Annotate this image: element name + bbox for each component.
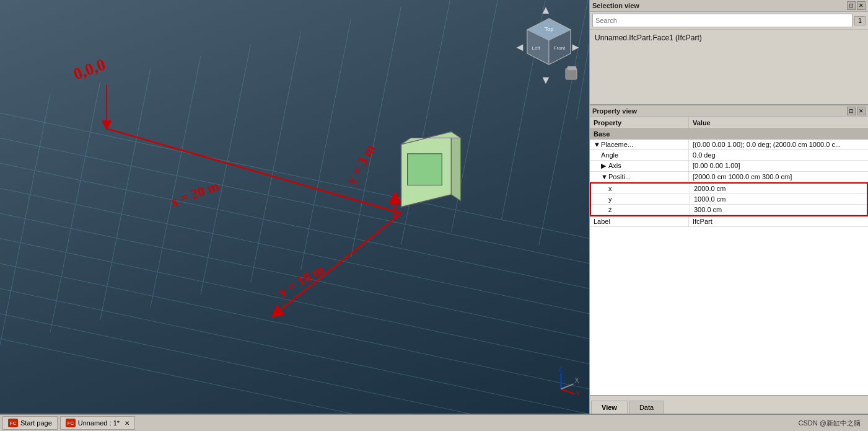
- prop-y-key: y: [591, 194, 690, 204]
- prop-label-value: IfcPart: [689, 216, 868, 226]
- svg-text:▲: ▲: [540, 6, 551, 16]
- svg-line-25: [276, 213, 401, 314]
- svg-text:y = 3 m: y = 3 m: [343, 141, 379, 187]
- property-view: Property view ⊡ ✕ Property Value Base: [590, 105, 868, 414]
- prop-z-key: z: [591, 205, 690, 215]
- svg-line-40: [561, 384, 573, 389]
- prop-placement-value: [(0.00 0.00 1.00); 0.0 deg; (2000.0 cm 1…: [689, 140, 868, 149]
- prop-placement[interactable]: ▼Placeme... [(0.00 0.00 1.00); 0.0 deg; …: [590, 140, 868, 150]
- svg-text:Left: Left: [532, 45, 540, 51]
- prop-position-value: [2000.0 cm 1000.0 cm 300.0 cm]: [689, 172, 868, 182]
- selection-view-title: Selection view: [592, 2, 639, 9]
- svg-text:0,0,0: 0,0,0: [71, 55, 108, 83]
- svg-text:X: X: [575, 377, 579, 384]
- prop-z: z 300.0 cm: [591, 205, 867, 215]
- prop-placement-key: ▼Placeme...: [590, 140, 689, 149]
- svg-text:Z: Z: [558, 366, 562, 373]
- svg-text:Y: Y: [576, 391, 581, 398]
- svg-text:FC: FC: [67, 420, 74, 426]
- selection-content: Unnamed.IfcPart.Face1 (IfcPart): [590, 30, 868, 104]
- prop-angle-value: 0.0 deg: [689, 150, 868, 160]
- svg-text:x = 20 m: x = 20 m: [169, 178, 221, 210]
- svg-line-38: [561, 389, 574, 394]
- taskbar-start-page[interactable]: FC Start page: [2, 416, 58, 430]
- prop-angle: Angle 0.0 deg: [590, 150, 868, 161]
- svg-text:►: ►: [570, 41, 581, 53]
- property-table-header: Property Value: [590, 117, 868, 129]
- taskbar-unnamed[interactable]: FC Unnamed : 1* ✕: [60, 416, 135, 430]
- svg-text:Front: Front: [554, 45, 566, 51]
- placement-expander[interactable]: ▼: [594, 141, 601, 148]
- prop-position-key: ▼Positi...: [590, 172, 689, 182]
- value-col-header: Value: [689, 117, 868, 128]
- prop-x-value[interactable]: 2000.0 cm: [690, 184, 867, 193]
- svg-marker-33: [451, 131, 460, 200]
- nav-cube[interactable]: ▲ ▼ ◄ ► Top Left Front: [515, 6, 583, 87]
- axis-expander[interactable]: ▶: [601, 162, 608, 170]
- svg-text:◄: ◄: [515, 41, 525, 53]
- prop-angle-key: Angle: [590, 150, 689, 160]
- property-col-header: Property: [590, 117, 689, 128]
- prop-x: x 2000.0 cm: [591, 184, 867, 194]
- property-view-titlebar: Property view ⊡ ✕: [590, 105, 868, 117]
- start-page-icon: FC: [8, 419, 18, 427]
- taskbar: FC Start page FC Unnamed : 1* ✕ CSDN @新缸…: [0, 414, 868, 431]
- prop-z-value[interactable]: 300.0 cm: [690, 205, 867, 215]
- prop-axis[interactable]: ▶Axis [0.00 0.00 1.00]: [590, 161, 868, 172]
- search-input[interactable]: [592, 14, 853, 27]
- prop-y-value[interactable]: 1000.0 cm: [690, 194, 867, 204]
- right-panel: Selection view ⊡ ✕ 1 Unnamed.IfcPart.Fac…: [589, 0, 868, 414]
- prop-axis-key: ▶Axis: [590, 161, 689, 171]
- search-badge: 1: [854, 16, 866, 25]
- property-table: Property Value Base ▼Placeme... [(0.00 0…: [590, 117, 868, 395]
- unnamed-icon: FC: [66, 419, 76, 427]
- tab-view[interactable]: View: [591, 401, 628, 414]
- svg-text:Top: Top: [545, 26, 554, 32]
- viewport-annotations: 0,0,0 x = 20 m y = 10 m y = 3 m: [0, 0, 589, 414]
- position-expander[interactable]: ▼: [601, 173, 608, 180]
- prop-position[interactable]: ▼Positi... [2000.0 cm 1000.0 cm 300.0 cm…: [590, 172, 868, 182]
- search-row: 1: [590, 12, 868, 30]
- prop-label-key: Label: [590, 216, 689, 226]
- unnamed-close-btn[interactable]: ✕: [125, 420, 129, 427]
- taskbar-watermark: CSDN @新缸中之脑: [799, 419, 861, 428]
- main-area: 0,0,0 x = 20 m y = 10 m y = 3 m: [0, 0, 868, 414]
- prop-x-key: x: [591, 184, 690, 193]
- section-base-label: Base: [594, 130, 610, 138]
- prop-axis-value: [0.00 0.00 1.00]: [689, 161, 868, 171]
- selection-view-titlebar: Selection view ⊡ ✕: [590, 0, 868, 12]
- prop-label: Label IfcPart: [590, 216, 868, 227]
- section-base: Base: [590, 129, 868, 140]
- prop-y: y 1000.0 cm: [591, 194, 867, 205]
- xyz-group: x 2000.0 cm y 1000.0 cm z 300.0 cm: [590, 182, 868, 216]
- property-view-close-btn[interactable]: ✕: [857, 107, 866, 115]
- property-view-controls: ⊡ ✕: [847, 107, 866, 115]
- svg-rect-54: [568, 66, 576, 70]
- selection-view-controls: ⊡ ✕: [847, 1, 866, 10]
- selection-view-restore-btn[interactable]: ⊡: [847, 1, 856, 10]
- viewport[interactable]: 0,0,0 x = 20 m y = 10 m y = 3 m: [0, 0, 589, 414]
- start-page-label: Start page: [20, 419, 52, 427]
- selection-view-close-btn[interactable]: ✕: [857, 1, 866, 10]
- svg-text:FC: FC: [10, 420, 17, 426]
- svg-text:▼: ▼: [540, 74, 551, 86]
- svg-rect-32: [408, 154, 442, 185]
- property-view-title: Property view: [592, 107, 637, 115]
- selection-view: Selection view ⊡ ✕ 1 Unnamed.IfcPart.Fac…: [590, 0, 868, 105]
- property-view-tabs: View Data: [590, 395, 868, 414]
- selected-item-label: Unnamed.IfcPart.Face1 (IfcPart): [595, 33, 702, 42]
- unnamed-label: Unnamed : 1*: [78, 419, 120, 427]
- property-view-restore-btn[interactable]: ⊡: [847, 107, 856, 115]
- tab-data[interactable]: Data: [629, 401, 664, 414]
